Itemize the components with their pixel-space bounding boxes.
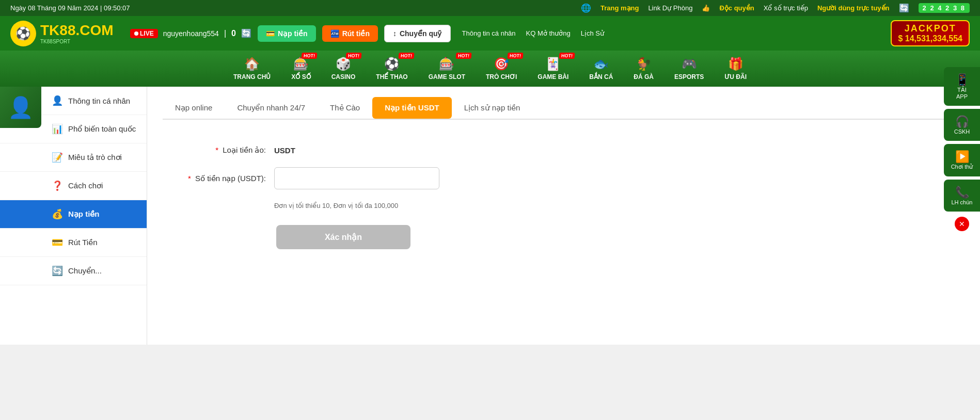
lh-chun-label: LH chún — [952, 199, 973, 205]
menu-item-ban-ca[interactable]: 🐟 BẮN CÁ — [579, 51, 623, 87]
hot-badge-xoso: HOT! — [301, 53, 317, 59]
menu-label-tro-choi: TRÒ CHƠI — [486, 73, 517, 80]
hot-badge-casino: HOT! — [346, 53, 362, 59]
tab-lich-su[interactable]: Lịch sử nạp tiền — [452, 97, 533, 119]
top-bar-right: 🌐 Trang mạng Link Dự Phòng 👍 Độc quyền X… — [581, 3, 970, 13]
balance: 0 — [231, 29, 236, 38]
sidebar-label-mieu-ta: Miêu tả trò chơi — [68, 153, 122, 162]
so-tien-nap-label: * Số tiền nạp (USDT): — [163, 174, 266, 183]
doc-quyen: Độc quyền — [719, 4, 754, 12]
thong-tin-link[interactable]: Thông tin cá nhân — [462, 29, 516, 37]
globe-icon: 🌐 — [581, 3, 591, 13]
transfer-icon: 🔄 — [52, 265, 63, 277]
refresh-online-icon[interactable]: 🔄 — [899, 3, 909, 13]
loai-tien-ao-value: USDT — [274, 146, 295, 155]
lh-chun-panel[interactable]: 📞 LH chún — [944, 180, 980, 212]
menu-label-esports: ESPORTS — [674, 73, 704, 80]
wallet-icon: 💰 — [52, 208, 63, 220]
sidebar-label-pho-bien: Phổ biến toàn quốc — [68, 124, 136, 134]
chuyen-quy-button[interactable]: ↕️ Chuyển quỹ — [384, 25, 451, 42]
logo-icon: ⚽ — [10, 21, 36, 46]
trang-mang-link[interactable]: Trang mạng — [600, 4, 639, 12]
rut-tien-icon: 🏧 — [330, 29, 339, 38]
tabs-row: Nạp online Chuyển nhanh 24/7 Thẻ Cào Nạp… — [163, 97, 965, 120]
separator: | — [224, 29, 226, 38]
confirm-button[interactable]: Xác nhận — [276, 225, 410, 249]
menu-item-game-slot[interactable]: HOT! 🎰 GAME SLOT — [418, 51, 476, 87]
lich-su-link[interactable]: Lịch Sử — [581, 29, 604, 37]
so-tien-nap-input[interactable] — [274, 167, 439, 189]
sidebar-item-mieu-ta[interactable]: 📝 Miêu tả trò chơi — [0, 143, 147, 172]
sidebar-label-chuyen: Chuyển... — [68, 266, 102, 276]
tai-app-label: TẢIAPP — [956, 87, 968, 100]
tab-chuyen-nhanh[interactable]: Chuyển nhanh 24/7 — [225, 97, 318, 119]
menu-label-uu-dai: ƯU ĐÃI — [724, 73, 747, 80]
close-side-panel-button[interactable]: ✕ — [955, 217, 969, 231]
phone2-icon: 📞 — [947, 186, 977, 199]
menu-item-da-ga[interactable]: 🐓 ĐÁ GÀ — [623, 51, 664, 87]
daga-icon: 🐓 — [636, 57, 652, 71]
kq-mo-thuong-link[interactable]: KQ Mở thưởng — [526, 29, 571, 37]
sidebar-item-rut-tien[interactable]: 💳 Rút Tiền — [0, 229, 147, 257]
help-icon: ❓ — [52, 180, 63, 191]
sidebar-label-nap-tien: Nạp tiền — [68, 209, 100, 219]
tai-app-panel[interactable]: 📱 TẢIAPP — [944, 67, 980, 106]
menu-label-game-slot: GAME SLOT — [429, 73, 465, 80]
menu-label-game-bai: GAME BÀI — [538, 73, 568, 80]
nap-tien-icon: 💳 — [266, 29, 275, 38]
nap-tien-button[interactable]: 💳 Nạp tiền — [258, 25, 316, 42]
thumb-icon: 👍 — [702, 4, 710, 12]
form-hint: Đơn vị tối thiểu 10, Đơn vị tối đa 100,0… — [274, 202, 524, 209]
choi-thu-label: Chơi thử — [951, 164, 973, 170]
menu-bar: 🏠 TRANG CHỦ HOT! 🎰 XỔ SỐ HOT! 🎲 CASINO H… — [0, 51, 980, 87]
menu-item-casino[interactable]: HOT! 🎲 CASINO — [321, 51, 366, 87]
sidebar-avatar: 👤 — [0, 87, 41, 128]
menu-item-the-thao[interactable]: HOT! ⚽ THỂ THAO — [366, 51, 418, 87]
phone-icon: 📱 — [947, 73, 977, 87]
choi-thu-panel[interactable]: ▶️ Chơi thử — [944, 144, 980, 176]
menu-item-trang-chu[interactable]: 🏠 TRANG CHỦ — [223, 51, 281, 87]
esports-icon: 🎮 — [682, 57, 697, 71]
sidebar-item-chuyen[interactable]: 🔄 Chuyển... — [0, 257, 147, 285]
jackpot-label: JACKPOT — [898, 23, 962, 34]
thethao-icon: ⚽ — [384, 57, 400, 71]
play-icon: ▶️ — [947, 150, 977, 164]
top-bar-left: Ngày 08 Tháng 09 Năm 2024 | 09:50:07 — [10, 4, 130, 12]
online-count: 2 2 4 2 3 8 — [919, 3, 970, 13]
side-download-panel: 📱 TẢIAPP 🎧 CSKH ▶️ Chơi thử 📞 LH chún ✕ — [944, 67, 980, 231]
menu-item-xo-so[interactable]: HOT! 🎰 XỔ SỐ — [281, 51, 321, 87]
tab-nap-online[interactable]: Nạp online — [163, 97, 225, 119]
required-mark2: * — [188, 174, 191, 183]
nav-links: Thông tin cá nhân KQ Mở thưởng Lịch Sử — [462, 29, 604, 37]
jackpot-area: JACKPOT $ 14,531,334,554 — [891, 20, 970, 46]
tab-the-cao[interactable]: Thẻ Cào — [318, 97, 372, 119]
chart-icon: 📊 — [52, 123, 63, 135]
hot-badge-trochoi: HOT! — [508, 53, 524, 59]
sidebar-item-cach-choi[interactable]: ❓ Cách chơi — [0, 172, 147, 200]
cskh-panel[interactable]: 🎧 CSKH — [944, 109, 980, 141]
cskh-label: CSKH — [954, 128, 970, 135]
tab-nap-usdt[interactable]: Nạp tiền USDT — [372, 97, 452, 119]
link-du-phong[interactable]: Link Dự Phòng — [648, 4, 692, 12]
hot-badge-gamebai: HOT! — [559, 53, 575, 59]
logo-area: ⚽ TK88.COM TK88SPORT — [10, 21, 114, 46]
menu-item-uu-dai[interactable]: 🎁 ƯU ĐÃI — [714, 51, 757, 87]
content-panel: Nạp online Chuyển nhanh 24/7 Thẻ Cào Nạp… — [147, 87, 980, 345]
refresh-balance-button[interactable]: 🔄 — [241, 28, 251, 38]
username: nguyenhoang554 — [163, 29, 219, 38]
menu-item-tro-choi[interactable]: HOT! 🎯 TRÒ CHƠI — [476, 51, 527, 87]
nguoi-dung-truc-tuyen: Người dùng trực tuyến — [817, 4, 890, 12]
datetime: Ngày 08 Tháng 09 Năm 2024 | 09:50:07 — [10, 4, 130, 12]
menu-item-game-bai[interactable]: HOT! 🃏 GAME BÀI — [527, 51, 579, 87]
logo-text: TK88.COM TK88SPORT — [40, 22, 114, 44]
menu-item-esports[interactable]: 🎮 ESPORTS — [664, 51, 714, 87]
note-icon: 📝 — [52, 152, 63, 163]
rut-tien-button[interactable]: 🏧 Rút tiền — [322, 25, 378, 42]
xo-so-truc-tiep[interactable]: Xổ số trực tiếp — [764, 4, 808, 12]
menu-label-the-thao: THỂ THAO — [376, 73, 407, 80]
menu-label-trang-chu: TRANG CHỦ — [233, 73, 271, 80]
xoso-icon: 🎰 — [293, 57, 309, 71]
sidebar-item-nap-tien[interactable]: 💰 Nạp tiền — [0, 200, 147, 229]
banca-icon: 🐟 — [593, 57, 609, 71]
chuyen-quy-icon: ↕️ — [393, 29, 397, 38]
